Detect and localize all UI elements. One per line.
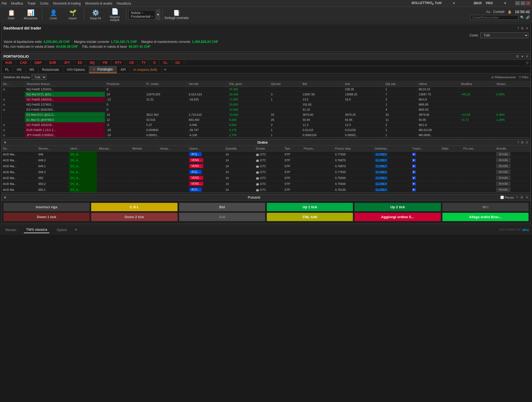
contatti-label[interactable]: Contatti: [493, 10, 504, 14]
ordini-table-scroll[interactable]: De... Strume... Ident... Allocazi... Met…: [1, 146, 531, 193]
bid-button[interactable]: Bid: [179, 203, 265, 211]
ocell-trasm[interactable]: ▼: [411, 187, 440, 193]
cnl-button[interactable]: C N L: [91, 203, 177, 211]
ibkr-dropdown-icon[interactable]: ▼: [504, 1, 507, 5]
tab-hg[interactable]: HG: [13, 66, 26, 73]
table-row[interactable]: ⊞ NQ Feb05 12740/1... 0 15,820 191.65 1 …: [1, 102, 531, 107]
ocell-opera[interactable]: ACQ...: [187, 151, 224, 157]
menu-file[interactable]: File: [2, 2, 7, 5]
annulla-button[interactable]: Annulla: [496, 176, 510, 180]
ocell-annulla[interactable]: Annulla: [495, 175, 531, 181]
ocell-annulla[interactable]: Annulla: [495, 157, 531, 163]
aggiungi-ordine-button[interactable]: Aggiungi ordine S...: [354, 213, 441, 221]
ocell-annulla[interactable]: Annulla: [495, 151, 531, 157]
tab-portafoglio[interactable]: ✕ Portafoglio: [89, 66, 117, 73]
close-icon[interactable]: ✕: [526, 26, 529, 30]
table-row[interactable]: AUD Ma 650.1 DV_A... ACO... 14 🤖 GTC STP…: [1, 187, 531, 193]
table-row[interactable]: AUD Ma... 650.2 DV_A... VEND... 14 🤖 GTC…: [1, 181, 531, 187]
tab-s[interactable]: S: [150, 60, 160, 66]
tab-in-sospeso[interactable]: In sospeso (tutti): [130, 66, 161, 73]
tab-ty[interactable]: TY: [138, 60, 150, 66]
menu-modifica[interactable]: Modifica: [11, 2, 23, 5]
down-1-tick-button[interactable]: Down 1 tick: [3, 213, 90, 221]
currency-filter-icon[interactable]: ▽: [524, 60, 531, 66]
pulsanti-close-icon[interactable]: ✕: [526, 195, 529, 199]
ocell-opera[interactable]: ACQ...: [187, 169, 224, 175]
tab-nq[interactable]: NQ: [86, 60, 99, 66]
tab-gc[interactable]: GC: [172, 60, 184, 66]
ocell-opera[interactable]: ACO...: [187, 187, 224, 193]
pulsanti-collapse-icon[interactable]: ▼: [3, 196, 7, 199]
table-row[interactable]: ES Mar19'21 @GLO... 14 3812.363 2,715,61…: [1, 112, 531, 117]
tab-jpy[interactable]: JPY: [60, 60, 74, 66]
menu-conto[interactable]: Conto: [40, 2, 49, 5]
tab-es[interactable]: ES: [74, 60, 86, 66]
win-close[interactable]: ✕: [526, 1, 530, 5]
font-size-control[interactable]: Aa: [486, 10, 490, 14]
opera-button[interactable]: VEND...: [189, 182, 203, 186]
cell-expand[interactable]: ⊞: [1, 122, 25, 128]
table-row[interactable]: ⊞ ES Feb05 3635/383... 0 14,500 51.10 4 …: [1, 107, 531, 112]
setup-fa-button[interactable]: ⚙️ Setup FA: [86, 8, 105, 21]
ocell-opera[interactable]: VEND...: [187, 157, 224, 163]
opera-button[interactable]: VEND...: [189, 176, 203, 180]
notizie-fondamentali-box[interactable]: Notizie ● Fondamentali ●: [128, 10, 155, 19]
ordini-collapse-icon[interactable]: ▼: [3, 141, 7, 144]
win-minimize[interactable]: ─: [515, 1, 520, 5]
cell-expand[interactable]: [1, 92, 25, 97]
conto-button[interactable]: 👤 Conto: [44, 8, 62, 21]
ocell-trasm[interactable]: ▼: [411, 151, 440, 157]
table-row[interactable]: ⊞ GC Feb05 1820/18... -12 12.31 -18,635 …: [1, 97, 531, 102]
tab-vix[interactable]: VIX+Options: [63, 66, 89, 73]
cell-expand[interactable]: ⊞: [1, 133, 25, 138]
table-row[interactable]: AUD Ma... 649 DV_A... ACQ... 14 🤖 GTC ST…: [1, 151, 531, 157]
table-row[interactable]: ⊞ EUR Feb05 1.21/1.2... -28 0.003842 -39…: [1, 128, 531, 133]
ocell-trasm[interactable]: ▼: [411, 163, 440, 169]
search-input[interactable]: [470, 15, 519, 20]
tab-cl[interactable]: CL: [160, 60, 172, 66]
tab-option[interactable]: Option: [55, 227, 69, 233]
allocazione-button[interactable]: 📊 Allocazione: [21, 8, 40, 21]
tab-add-bottom[interactable]: +: [75, 227, 77, 233]
menu-trade[interactable]: Trade: [27, 2, 36, 5]
pulsanti-question-icon[interactable]: ?: [516, 195, 518, 199]
opera-button[interactable]: ACQ...: [189, 152, 202, 156]
portafoglio-tab-close[interactable]: ✕: [93, 68, 95, 71]
mit-button[interactable]: Mi t: [442, 203, 529, 211]
tab-aud[interactable]: AUD: [1, 60, 16, 66]
tab-us[interactable]: US: [125, 60, 138, 66]
inserisci-riga-button[interactable]: Inserisci riga: [3, 203, 90, 211]
menu-strumenti-trading[interactable]: Strumenti di trading: [53, 2, 81, 5]
annulla-button[interactable]: Annulla: [496, 152, 510, 156]
ordini-gear-icon[interactable]: ⚙: [521, 140, 524, 144]
link-icon[interactable]: 🔗: [526, 16, 530, 19]
down-2-tick-button[interactable]: Down 2 tick: [91, 213, 177, 221]
ocell-trasm[interactable]: ▼: [411, 157, 440, 163]
order-button[interactable]: 📋 Order: [2, 8, 20, 21]
question-icon[interactable]: ?: [517, 26, 519, 30]
table-row[interactable]: ⊞ JPY Feb05 0.0095/0... -16 0.00001... -…: [1, 133, 531, 138]
ordini-question-icon[interactable]: ?: [517, 140, 519, 144]
ocell-annulla[interactable]: Annulla: [495, 163, 531, 169]
ocell-trasm[interactable]: ▼: [411, 181, 440, 187]
ocell-opera[interactable]: VEND...: [187, 163, 224, 169]
trasm-dropdown[interactable]: ▼: [412, 176, 416, 180]
tab-ym[interactable]: YM: [99, 60, 111, 66]
tab-tws-classica[interactable]: TWS classica: [24, 226, 49, 233]
table-row[interactable]: AUD Ma... 649.3 DV_A... VEND... 14 🤖 GTC…: [1, 157, 531, 163]
menu-visualizza[interactable]: Visualizza: [116, 2, 131, 5]
annulla-button[interactable]: Annulla: [496, 158, 510, 162]
table-row[interactable]: NQ Mar19'21 @GL... 24 13479.025 6,522,42…: [1, 92, 531, 97]
ocell-opera[interactable]: VEND...: [187, 175, 224, 181]
portfolio-table-scroll[interactable]: De... Strumento finanzi... Posizione Pr.…: [1, 81, 531, 138]
portafoglio-gear-icon[interactable]: ⚙: [516, 54, 519, 58]
tab-rty[interactable]: RTY: [111, 60, 125, 66]
up-2-tick-button[interactable]: Up 2 tick: [354, 203, 441, 211]
table-row[interactable]: ⊞ NQ Feb05 12520/1... 0 37,452 238.35 1 …: [1, 87, 531, 92]
annulla-button[interactable]: Annulla: [496, 164, 510, 168]
table-row[interactable]: AUD Ma... 649.1 DV_A... VEND... 14 🤖 GTC…: [1, 163, 531, 169]
cell-expand[interactable]: ⊞: [1, 102, 25, 107]
ocell-annulla[interactable]: Annulla: [495, 181, 531, 187]
tab-api[interactable]: API: [117, 66, 130, 73]
trasm-dropdown[interactable]: ▼: [412, 170, 416, 174]
